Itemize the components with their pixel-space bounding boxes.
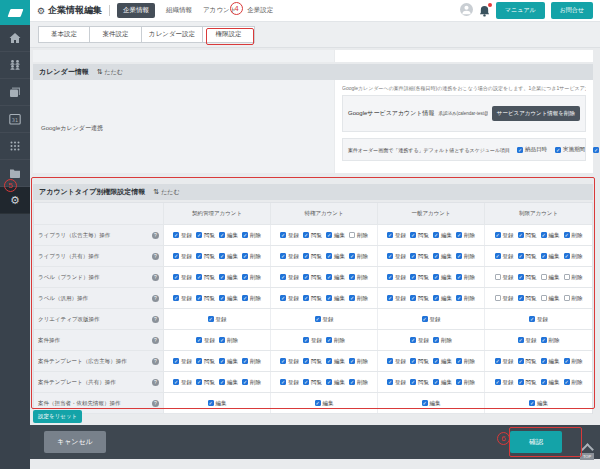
permission-checkbox[interactable]: ✓閲覧 xyxy=(303,253,322,260)
sidebar-item-layers[interactable] xyxy=(0,79,30,106)
permission-checkbox[interactable]: ✓閲覧 xyxy=(196,295,215,302)
permission-checkbox[interactable]: ✓閲覧 xyxy=(303,358,322,365)
permission-checkbox[interactable]: ✓登録 xyxy=(280,253,299,260)
app-logo[interactable] xyxy=(0,0,30,25)
permission-fold-toggle[interactable]: ⇅ たたむ xyxy=(153,188,179,197)
manual-button[interactable]: マニュアル xyxy=(496,2,545,19)
permission-checkbox[interactable]: ✓登録 xyxy=(410,337,429,344)
permission-checkbox[interactable]: ✓登録 xyxy=(303,337,322,344)
permission-checkbox[interactable]: ✓編集 xyxy=(422,400,441,407)
permission-checkbox[interactable]: 登録 xyxy=(495,274,514,281)
permission-checkbox[interactable]: 編集 xyxy=(541,295,560,302)
permission-checkbox[interactable]: ✓閲覧 xyxy=(410,358,429,365)
subtab-権限設定[interactable]: 権限設定 xyxy=(203,26,255,43)
help-icon[interactable]: ? xyxy=(152,337,159,344)
permission-checkbox[interactable]: ✓編集 xyxy=(433,358,452,365)
permission-checkbox[interactable]: ✓削除 xyxy=(242,379,261,386)
permission-checkbox[interactable]: ✓閲覧 xyxy=(303,232,322,239)
permission-checkbox[interactable]: ✓削除 xyxy=(242,253,261,260)
permission-checkbox[interactable]: ✓編集 xyxy=(326,274,345,281)
permission-checkbox[interactable]: ✓閲覧 xyxy=(518,232,537,239)
help-icon[interactable]: ? xyxy=(152,400,159,407)
back-to-top-button[interactable]: TOP xyxy=(576,442,598,468)
header-tab-企業情報[interactable]: 企業情報 xyxy=(117,3,155,18)
permission-checkbox[interactable]: ✓編集 xyxy=(541,358,560,365)
permission-checkbox[interactable]: 編集 xyxy=(541,274,560,281)
permission-checkbox[interactable]: 削除 xyxy=(564,274,583,281)
permission-checkbox[interactable]: ✓登録 xyxy=(387,358,406,365)
help-icon[interactable]: ? xyxy=(152,232,159,239)
permission-checkbox[interactable]: ✓登録 xyxy=(280,295,299,302)
permission-checkbox[interactable]: ✓削除 xyxy=(541,337,560,344)
permission-checkbox[interactable]: ✓削除 xyxy=(456,232,475,239)
permission-checkbox[interactable]: ✓編集 xyxy=(433,274,452,281)
sidebar-item-calendar[interactable]: 31 xyxy=(0,106,30,133)
permission-checkbox[interactable]: ✓閲覧 xyxy=(410,253,429,260)
permission-checkbox[interactable]: ✓登録 xyxy=(173,295,192,302)
permission-checkbox[interactable]: ✓削除 xyxy=(349,253,368,260)
permission-checkbox[interactable]: ✓登録 xyxy=(173,358,192,365)
permission-checkbox[interactable]: ✓削除 xyxy=(349,295,368,302)
permission-checkbox[interactable]: ✓登録 xyxy=(387,295,406,302)
permission-checkbox[interactable]: ✓削除 xyxy=(326,337,345,344)
permission-checkbox[interactable]: ✓登録 xyxy=(280,358,299,365)
subtab-基本設定[interactable]: 基本設定 xyxy=(38,26,90,43)
avatar[interactable] xyxy=(460,2,473,20)
permission-checkbox[interactable]: ✓編集 xyxy=(326,358,345,365)
permission-checkbox[interactable]: ✓登録 xyxy=(387,274,406,281)
permission-checkbox[interactable]: ✓削除 xyxy=(456,379,475,386)
permission-checkbox[interactable]: ✓削除 xyxy=(219,337,238,344)
sidebar-item-grid[interactable] xyxy=(0,133,30,160)
permission-checkbox[interactable]: ✓閲覧 xyxy=(196,232,215,239)
help-icon[interactable]: ? xyxy=(152,316,159,323)
cancel-button[interactable]: キャンセル xyxy=(44,431,106,453)
permission-checkbox[interactable]: ✓閲覧 xyxy=(303,379,322,386)
sidebar-item-gear[interactable]: ⚙ xyxy=(0,187,30,214)
permission-checkbox[interactable]: ✓削除 xyxy=(242,358,261,365)
permission-checkbox[interactable]: ✓削除 xyxy=(456,274,475,281)
permission-checkbox[interactable]: ✓編集 xyxy=(433,379,452,386)
permission-checkbox[interactable]: ✓登録 xyxy=(518,337,537,344)
permission-checkbox[interactable]: ✓登録 xyxy=(173,379,192,386)
help-icon[interactable]: ? xyxy=(152,295,159,302)
subtab-カレンダー設定[interactable]: カレンダー設定 xyxy=(142,26,203,43)
permission-checkbox[interactable]: ✓閲覧 xyxy=(410,379,429,386)
permission-checkbox[interactable]: ✓閲覧 xyxy=(410,274,429,281)
permission-checkbox[interactable]: 削除 xyxy=(349,232,368,239)
permission-checkbox[interactable]: ✓登録 xyxy=(173,232,192,239)
permission-checkbox[interactable]: ✓登録 xyxy=(495,358,514,365)
permission-checkbox[interactable]: ✓削除 xyxy=(456,358,475,365)
notification-bell-icon[interactable] xyxy=(479,5,490,17)
permission-checkbox[interactable]: 登録 xyxy=(495,295,514,302)
permission-checkbox[interactable]: ✓編集 xyxy=(541,232,560,239)
permission-checkbox[interactable]: ✓閲覧 xyxy=(518,379,537,386)
permission-checkbox[interactable]: ✓削除 xyxy=(564,379,583,386)
permission-checkbox[interactable]: ✓登録 xyxy=(280,274,299,281)
permission-checkbox[interactable]: ✓編集 xyxy=(219,295,238,302)
contact-button[interactable]: お問合せ xyxy=(551,2,593,19)
permission-checkbox[interactable]: ✓編集 xyxy=(529,400,548,407)
permission-checkbox[interactable]: ✓閲覧 xyxy=(196,253,215,260)
confirm-button[interactable]: 確認 xyxy=(510,431,562,453)
reset-settings-button[interactable]: 設定をリセット xyxy=(33,410,82,423)
permission-checkbox[interactable]: ✓登録 xyxy=(173,274,192,281)
permission-checkbox[interactable]: ✓閲覧 xyxy=(196,379,215,386)
permission-checkbox[interactable]: ✓登録 xyxy=(495,232,514,239)
schedule-option-checkbox[interactable]: ✓実施期間 xyxy=(555,146,585,153)
permission-checkbox[interactable]: ✓閲覧 xyxy=(410,232,429,239)
permission-checkbox[interactable]: ✓編集 xyxy=(433,232,452,239)
permission-checkbox[interactable]: ✓編集 xyxy=(326,295,345,302)
permission-checkbox[interactable]: ✓編集 xyxy=(433,253,452,260)
permission-checkbox[interactable]: 削除 xyxy=(564,295,583,302)
permission-checkbox[interactable]: ✓登録 xyxy=(208,316,227,323)
permission-checkbox[interactable]: ✓削除 xyxy=(456,295,475,302)
permission-checkbox[interactable]: ✓削除 xyxy=(349,379,368,386)
permission-checkbox[interactable]: ✓削除 xyxy=(349,358,368,365)
permission-checkbox[interactable]: ✓削除 xyxy=(242,295,261,302)
permission-checkbox[interactable]: ✓登録 xyxy=(387,379,406,386)
permission-checkbox[interactable]: ✓閲覧 xyxy=(196,274,215,281)
calendar-fold-toggle[interactable]: ⇅ たたむ xyxy=(97,68,123,77)
permission-checkbox[interactable]: ✓登録 xyxy=(422,316,441,323)
permission-checkbox[interactable]: ✓編集 xyxy=(219,358,238,365)
permission-checkbox[interactable]: ✓登録 xyxy=(196,337,215,344)
